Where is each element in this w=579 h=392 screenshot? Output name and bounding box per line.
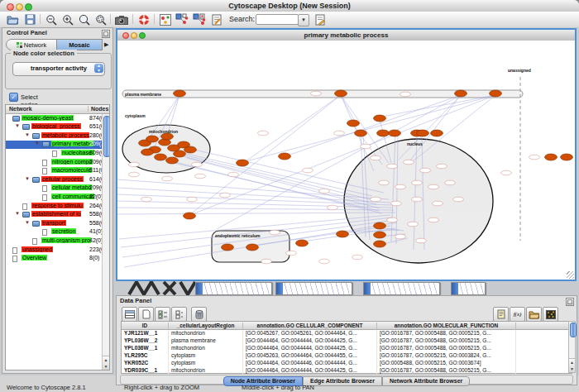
network-node[interactable] bbox=[431, 130, 443, 136]
close-window-button[interactable] bbox=[7, 3, 14, 11]
create-attribute-button[interactable] bbox=[138, 307, 154, 322]
open-file-button[interactable] bbox=[5, 12, 20, 26]
network-node[interactable] bbox=[437, 164, 447, 169]
network-node[interactable] bbox=[161, 133, 174, 140]
network-node[interactable] bbox=[337, 231, 349, 237]
column-header-cellular-component[interactable]: annotation.GO CELLULAR_COMPONENT bbox=[243, 323, 377, 330]
select-attributes-button[interactable] bbox=[122, 307, 137, 322]
network-node[interactable] bbox=[395, 234, 406, 239]
network-node[interactable] bbox=[445, 180, 456, 185]
search-options-button[interactable] bbox=[313, 12, 328, 26]
zoom-fit-button[interactable] bbox=[77, 12, 92, 26]
network-node[interactable] bbox=[184, 213, 196, 219]
tree-expander-icon[interactable]: ▼ bbox=[25, 132, 30, 137]
window-resize-grip[interactable] bbox=[567, 271, 574, 279]
network-node[interactable] bbox=[400, 92, 411, 97]
tree-expander-icon[interactable]: ▼ bbox=[25, 220, 30, 225]
network-node[interactable] bbox=[412, 180, 423, 185]
tree-row[interactable]: ▼cellular process614(0) bbox=[6, 175, 109, 184]
minimized-window[interactable] bbox=[451, 282, 486, 295]
tree-row[interactable]: ▼primary metabo209(... bbox=[6, 141, 109, 150]
plugin-network-button-1[interactable] bbox=[175, 12, 189, 26]
tree-expander-icon[interactable]: ▼ bbox=[35, 141, 40, 146]
network-node[interactable] bbox=[490, 90, 502, 97]
network-node[interactable] bbox=[335, 90, 347, 97]
tree-column-nodes[interactable]: Nodes bbox=[88, 106, 110, 112]
network-canvas[interactable]: plasma membrane cytoplasm mitochondrion … bbox=[117, 41, 575, 280]
vizmapper-button[interactable] bbox=[158, 12, 173, 26]
snapshot-button[interactable] bbox=[114, 12, 129, 26]
network-node[interactable] bbox=[187, 197, 198, 202]
network-node[interactable] bbox=[361, 144, 371, 149]
network-node[interactable] bbox=[141, 149, 154, 155]
select-all-attributes-button[interactable] bbox=[155, 307, 170, 322]
network-node[interactable] bbox=[561, 154, 573, 160]
network-node[interactable] bbox=[184, 146, 197, 153]
search-dropdown-button[interactable]: ▼ bbox=[298, 14, 309, 26]
network-node[interactable] bbox=[334, 131, 345, 136]
network-node[interactable] bbox=[374, 222, 386, 229]
zoom-view-button[interactable] bbox=[139, 32, 146, 39]
network-node[interactable] bbox=[328, 205, 338, 210]
tree-row[interactable]: secretion41(0) bbox=[6, 228, 109, 237]
network-node[interactable] bbox=[453, 197, 464, 202]
network-node[interactable] bbox=[311, 91, 322, 96]
network-node[interactable] bbox=[387, 218, 398, 222]
network-node[interactable] bbox=[319, 189, 330, 194]
network-node[interactable] bbox=[222, 244, 234, 251]
network-node[interactable] bbox=[355, 130, 367, 136]
float-panel-icon[interactable] bbox=[102, 30, 110, 38]
zoom-in-button[interactable] bbox=[60, 12, 75, 26]
network-node[interactable] bbox=[166, 157, 179, 164]
network-node[interactable] bbox=[279, 153, 291, 160]
network-node[interactable] bbox=[391, 201, 402, 206]
minimized-window[interactable] bbox=[363, 282, 440, 295]
network-node[interactable] bbox=[374, 241, 386, 247]
select-nodes-checkbox[interactable]: ✓ bbox=[9, 93, 18, 102]
network-node[interactable] bbox=[455, 90, 467, 97]
minimize-view-button[interactable] bbox=[131, 32, 137, 39]
network-node[interactable] bbox=[417, 130, 429, 136]
search-input[interactable] bbox=[256, 14, 299, 25]
network-node[interactable] bbox=[408, 222, 419, 227]
tree-expander-icon[interactable]: ▼ bbox=[15, 211, 20, 216]
table-row[interactable]: YPL036W__1mitochondrion[GO:0044464, GO:0… bbox=[122, 345, 572, 352]
tree-expander-icon[interactable]: ▼ bbox=[25, 176, 30, 181]
network-node[interactable] bbox=[416, 238, 427, 243]
network-node[interactable] bbox=[377, 130, 390, 136]
network-node[interactable] bbox=[379, 180, 390, 185]
table-scrollbar-arrows-icon[interactable]: ▲▼ bbox=[569, 358, 575, 372]
network-node[interactable] bbox=[433, 201, 443, 206]
float-panel-icon[interactable] bbox=[566, 298, 574, 306]
network-node[interactable] bbox=[371, 197, 381, 202]
network-node[interactable] bbox=[258, 131, 269, 136]
tree-row[interactable]: mosaic-demo-yeast874(0) bbox=[6, 114, 109, 123]
network-node[interactable] bbox=[192, 162, 203, 167]
table-row[interactable]: YKR052Ccytoplasm[GO:0044464, GO:0044446,… bbox=[122, 360, 572, 367]
minimize-window-button[interactable] bbox=[16, 3, 23, 11]
network-node[interactable] bbox=[159, 139, 171, 146]
network-node[interactable] bbox=[303, 168, 313, 173]
zoom-window-button[interactable] bbox=[25, 3, 32, 11]
zoom-out-button[interactable] bbox=[44, 12, 59, 26]
table-row[interactable]: YDR039C__1mitochondrion[GO:0044464, GO:0… bbox=[122, 367, 572, 375]
network-node[interactable] bbox=[347, 120, 360, 127]
network-node[interactable] bbox=[286, 251, 297, 256]
network-node[interactable] bbox=[420, 168, 431, 173]
table-scrollbar-thumb[interactable] bbox=[570, 323, 577, 337]
column-header-id[interactable]: ID bbox=[122, 323, 169, 330]
tree-column-network[interactable]: Network bbox=[9, 106, 84, 112]
network-node[interactable] bbox=[220, 193, 231, 198]
network-window-titlebar[interactable]: primary metabolic process bbox=[117, 30, 575, 41]
tree-row[interactable]: multi-organism pro42(0) bbox=[6, 237, 109, 246]
network-node[interactable] bbox=[545, 154, 557, 160]
delete-attribute-button[interactable] bbox=[191, 307, 207, 322]
table-row[interactable]: YLR295Ccytoplasm[GO:0045263, GO:0044464,… bbox=[122, 352, 572, 360]
network-node[interactable] bbox=[174, 90, 186, 97]
unselect-all-attributes-button[interactable] bbox=[171, 307, 187, 322]
network-node[interactable] bbox=[374, 115, 386, 122]
tab-mosaic[interactable]: Mosaic bbox=[56, 39, 103, 50]
table-row[interactable]: YJR121W__1mitochondrion[GO:0045267, GO:0… bbox=[122, 330, 572, 337]
table-scrollbar[interactable]: ▲▼ bbox=[568, 321, 576, 373]
network-node[interactable] bbox=[352, 255, 363, 260]
